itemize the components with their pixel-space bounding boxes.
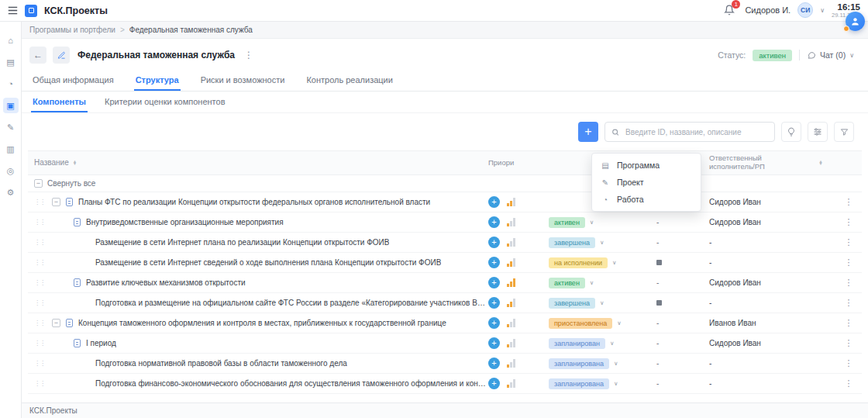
status-dropdown-icon[interactable]: ∨ <box>600 299 604 306</box>
row-menu-icon[interactable]: ⋮ <box>835 217 862 227</box>
status-dropdown-icon[interactable]: ∨ <box>600 239 604 246</box>
add-child-button[interactable]: + <box>488 317 500 329</box>
table-row: ⋮⋮Размещение в сети Интернет сведений о … <box>28 253 862 273</box>
drag-handle-icon[interactable]: ⋮⋮ <box>34 360 41 367</box>
row-name[interactable]: Подготовка и размещение на официальном с… <box>95 299 488 307</box>
hint-button[interactable] <box>781 122 801 142</box>
tab-control[interactable]: Контроль реализации <box>305 70 394 91</box>
add-child-button[interactable]: + <box>488 216 500 228</box>
menu-icon[interactable] <box>8 6 18 15</box>
table-row: ⋮⋮Подготовка и размещение на официальном… <box>28 293 862 313</box>
tab-structure[interactable]: Структура <box>134 70 181 91</box>
sliders-icon <box>813 127 822 136</box>
user-avatar[interactable]: СИ <box>797 2 813 18</box>
search-input[interactable] <box>624 127 768 137</box>
row-menu-icon[interactable]: ⋮ <box>835 358 862 368</box>
drag-handle-icon[interactable]: ⋮⋮ <box>34 320 41 326</box>
row-name-cell: ⋮⋮−Концепция таможенного оформления и ко… <box>28 319 488 327</box>
row-menu-icon[interactable]: ⋮ <box>835 257 862 268</box>
drag-handle-icon[interactable]: ⋮⋮ <box>34 299 41 306</box>
row-menu-icon[interactable]: ⋮ <box>835 338 862 348</box>
add-child-button[interactable]: + <box>488 277 500 288</box>
row-name[interactable]: Подготовка финансово-экономического обос… <box>95 379 488 388</box>
menu-item-program[interactable]: ▤Программа <box>592 157 701 174</box>
tab-risks[interactable]: Риски и возможности <box>199 70 287 91</box>
collapse-toggle-icon[interactable]: − <box>52 319 60 327</box>
collapse-toggle-icon[interactable]: − <box>52 198 60 206</box>
row-menu-icon[interactable]: ⋮ <box>835 318 862 328</box>
add-child-button[interactable]: + <box>488 378 500 389</box>
row-indent <box>46 343 68 344</box>
chat-chevron-icon: ∨ <box>849 52 854 59</box>
user-menu-chevron-icon[interactable]: ∨ <box>820 7 825 14</box>
add-child-button[interactable]: + <box>488 196 500 208</box>
sidebar-item-home-icon[interactable]: ⌂ <box>3 33 19 48</box>
priority-icon <box>507 339 515 347</box>
subtab-criteria[interactable]: Критерии оценки компонентов <box>103 92 227 112</box>
filter-button[interactable] <box>834 122 854 142</box>
collapse-all-label[interactable]: Свернуть все <box>47 179 95 188</box>
columns-settings-button[interactable] <box>808 122 828 142</box>
add-child-button[interactable]: + <box>488 337 500 349</box>
column-name: Название ▲▼ <box>28 158 488 168</box>
add-child-button[interactable]: + <box>488 237 500 248</box>
add-component-button[interactable]: + <box>578 122 598 142</box>
priority-icon <box>507 218 515 226</box>
main-content: ← Федеральная таможенная служба ⋮ Статус… <box>22 39 868 402</box>
chat-button[interactable]: Чат (0) ∨ <box>807 50 854 60</box>
status-dropdown-icon[interactable]: ∨ <box>614 380 618 387</box>
status-dropdown-icon[interactable]: ∨ <box>590 219 594 226</box>
add-child-button[interactable]: + <box>488 358 500 369</box>
breadcrumb-parent[interactable]: Программы и портфели <box>29 26 115 34</box>
drag-handle-icon[interactable]: ⋮⋮ <box>34 259 41 266</box>
row-menu-icon[interactable]: ⋮ <box>835 298 862 308</box>
sort-table-icon[interactable]: ▲▼ <box>818 161 822 166</box>
sidebar-item-globe-icon[interactable]: ◎ <box>3 163 19 178</box>
drag-handle-icon[interactable]: ⋮⋮ <box>34 239 41 246</box>
drag-handle-icon[interactable]: ⋮⋮ <box>34 279 41 286</box>
row-name[interactable]: Внутриведомственные организационные меро… <box>86 218 284 226</box>
subtab-components[interactable]: Компоненты <box>31 92 88 112</box>
status-dropdown-icon[interactable]: ∨ <box>612 259 617 266</box>
page-menu-icon[interactable]: ⋮ <box>241 50 257 60</box>
menu-item-project[interactable]: ✎Проект <box>592 174 701 191</box>
drag-handle-icon[interactable]: ⋮⋮ <box>34 199 41 206</box>
row-name[interactable]: I период <box>86 339 116 347</box>
tab-general[interactable]: Общая информация <box>31 70 115 91</box>
add-child-button[interactable]: + <box>488 257 500 268</box>
row-name[interactable]: Концепция таможенного оформления и контр… <box>78 319 446 327</box>
row-name[interactable]: Размещение в сети Интернет плана по реал… <box>95 238 389 247</box>
edit-button[interactable] <box>53 47 70 64</box>
notification-count-badge: 1 <box>732 0 740 9</box>
sidebar-item-settings-icon[interactable]: ⚙ <box>3 185 19 200</box>
status-dropdown-icon[interactable]: ∨ <box>590 279 594 286</box>
table-row: ⋮⋮Подготовка нормативной правовой базы в… <box>28 354 862 374</box>
row-menu-icon[interactable]: ⋮ <box>835 237 862 247</box>
row-menu-icon[interactable]: ⋮ <box>835 197 862 207</box>
sidebar-item-portfolio-icon[interactable]: ▣ <box>3 98 19 113</box>
add-child-button[interactable]: + <box>488 297 500 309</box>
drag-handle-icon[interactable]: ⋮⋮ <box>34 340 41 347</box>
back-button[interactable]: ← <box>29 47 46 64</box>
collapse-all-icon[interactable]: − <box>34 179 43 188</box>
row-name[interactable]: Подготовка нормативной правовой базы в о… <box>95 359 347 368</box>
status-dropdown-icon[interactable]: ∨ <box>614 360 618 367</box>
priority-icon <box>507 359 515 368</box>
row-name[interactable]: Развитие ключевых механизмов открытости <box>86 278 246 287</box>
row-name[interactable]: Размещение в сети Интернет сведений о хо… <box>95 258 441 267</box>
sidebar-item-edit-icon[interactable]: ✎ <box>3 119 19 135</box>
sidebar-item-tasks-icon[interactable]: ◔ <box>3 76 19 92</box>
support-widget-button[interactable] <box>846 12 865 31</box>
drag-handle-icon[interactable]: ⋮⋮ <box>34 380 41 387</box>
drag-handle-icon[interactable]: ⋮⋮ <box>34 219 41 226</box>
sidebar-item-reports-icon[interactable]: ▥ <box>3 141 19 157</box>
row-menu-icon[interactable]: ⋮ <box>835 278 862 288</box>
menu-item-work[interactable]: ◔Работа <box>592 191 701 208</box>
notifications-bell-icon[interactable]: 1 <box>724 5 738 16</box>
sort-name-icon[interactable]: ▲▼ <box>73 161 77 166</box>
row-menu-icon[interactable]: ⋮ <box>835 378 862 389</box>
row-name[interactable]: Планы ФТС по реализации Концепции открыт… <box>78 198 430 206</box>
status-dropdown-icon[interactable]: ∨ <box>610 340 615 347</box>
status-dropdown-icon[interactable]: ∨ <box>617 320 622 326</box>
sidebar-item-documents-icon[interactable]: ▤ <box>3 54 19 70</box>
